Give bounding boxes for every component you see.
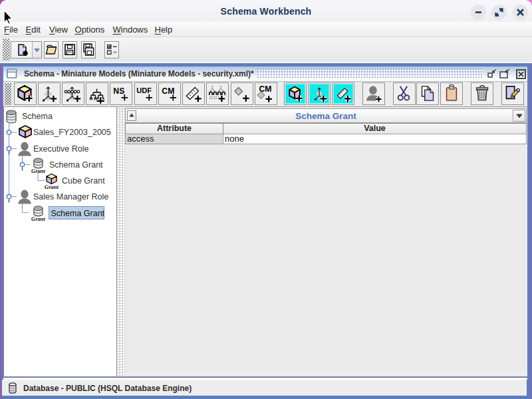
svg-text:NS: NS [113,86,124,96]
svg-text:CM: CM [162,86,174,96]
svg-text:UDF: UDF [136,86,152,94]
